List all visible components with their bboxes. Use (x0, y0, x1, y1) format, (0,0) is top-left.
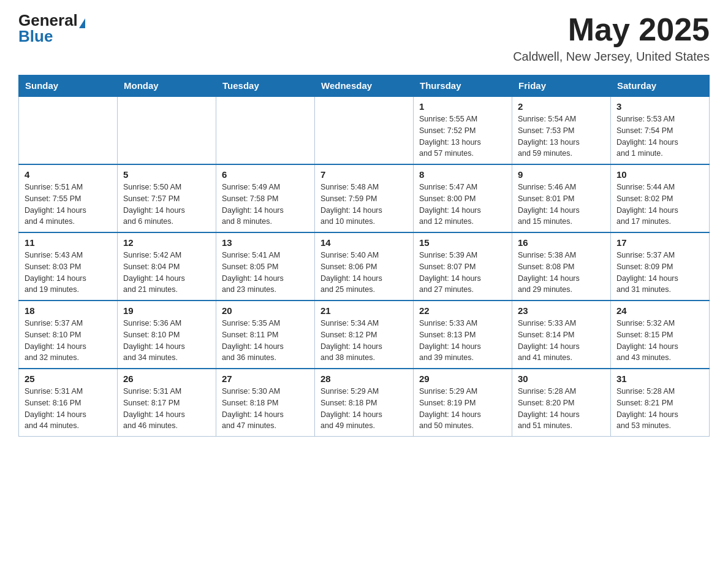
day-info: Sunrise: 5:55 AMSunset: 7:52 PMDaylight:… (419, 113, 506, 159)
calendar-cell: 13Sunrise: 5:41 AMSunset: 8:05 PMDayligh… (216, 232, 315, 301)
header-wednesday: Wednesday (315, 75, 414, 97)
day-number: 20 (222, 305, 309, 316)
calendar-cell: 3Sunrise: 5:53 AMSunset: 7:54 PMDaylight… (611, 96, 710, 164)
calendar-cell (216, 96, 315, 164)
calendar-cell: 30Sunrise: 5:28 AMSunset: 8:20 PMDayligh… (512, 369, 611, 437)
day-info: Sunrise: 5:42 AMSunset: 8:04 PMDaylight:… (123, 250, 210, 296)
day-number: 30 (518, 373, 605, 384)
day-info: Sunrise: 5:35 AMSunset: 8:11 PMDaylight:… (222, 318, 309, 364)
day-number: 31 (616, 373, 703, 384)
day-number: 15 (419, 237, 506, 248)
calendar-location: Caldwell, New Jersey, United States (513, 50, 710, 64)
calendar-cell (315, 96, 414, 164)
day-info: Sunrise: 5:29 AMSunset: 8:19 PMDaylight:… (419, 386, 506, 432)
calendar-table: SundayMondayTuesdayWednesdayThursdayFrid… (18, 75, 710, 437)
calendar-cell: 22Sunrise: 5:33 AMSunset: 8:13 PMDayligh… (414, 301, 512, 369)
week-row-5: 25Sunrise: 5:31 AMSunset: 8:16 PMDayligh… (19, 369, 710, 437)
day-info: Sunrise: 5:28 AMSunset: 8:20 PMDaylight:… (518, 386, 605, 432)
day-info: Sunrise: 5:30 AMSunset: 8:18 PMDaylight:… (222, 386, 309, 432)
calendar-cell: 20Sunrise: 5:35 AMSunset: 8:11 PMDayligh… (216, 301, 315, 369)
calendar-cell: 18Sunrise: 5:37 AMSunset: 8:10 PMDayligh… (19, 301, 118, 369)
day-number: 28 (320, 373, 408, 384)
calendar-cell: 14Sunrise: 5:40 AMSunset: 8:06 PMDayligh… (315, 232, 414, 301)
calendar-cell: 4Sunrise: 5:51 AMSunset: 7:55 PMDaylight… (19, 164, 118, 232)
day-number: 7 (320, 169, 408, 180)
calendar-cell: 7Sunrise: 5:48 AMSunset: 7:59 PMDaylight… (315, 164, 414, 232)
calendar-cell: 5Sunrise: 5:50 AMSunset: 7:57 PMDaylight… (118, 164, 216, 232)
calendar-cell: 9Sunrise: 5:46 AMSunset: 8:01 PMDaylight… (512, 164, 611, 232)
day-number: 24 (616, 305, 703, 316)
day-number: 27 (222, 373, 309, 384)
day-info: Sunrise: 5:31 AMSunset: 8:17 PMDaylight:… (123, 386, 210, 432)
calendar-cell: 8Sunrise: 5:47 AMSunset: 8:00 PMDaylight… (414, 164, 512, 232)
day-info: Sunrise: 5:54 AMSunset: 7:53 PMDaylight:… (518, 113, 605, 159)
logo: General Blue (18, 12, 85, 44)
calendar-cell: 19Sunrise: 5:36 AMSunset: 8:10 PMDayligh… (118, 301, 216, 369)
header-sunday: Sunday (19, 75, 118, 97)
day-number: 29 (419, 373, 506, 384)
day-info: Sunrise: 5:50 AMSunset: 7:57 PMDaylight:… (123, 182, 210, 228)
calendar-cell: 25Sunrise: 5:31 AMSunset: 8:16 PMDayligh… (19, 369, 118, 437)
day-number: 5 (123, 169, 210, 180)
day-info: Sunrise: 5:34 AMSunset: 8:12 PMDaylight:… (320, 318, 408, 364)
header-friday: Friday (512, 75, 611, 97)
calendar-cell: 1Sunrise: 5:55 AMSunset: 7:52 PMDaylight… (414, 96, 512, 164)
logo-triangle-icon (79, 18, 85, 28)
day-info: Sunrise: 5:38 AMSunset: 8:08 PMDaylight:… (518, 250, 605, 296)
calendar-cell: 21Sunrise: 5:34 AMSunset: 8:12 PMDayligh… (315, 301, 414, 369)
calendar-cell: 12Sunrise: 5:42 AMSunset: 8:04 PMDayligh… (118, 232, 216, 301)
day-number: 16 (518, 237, 605, 248)
day-info: Sunrise: 5:41 AMSunset: 8:05 PMDaylight:… (222, 250, 309, 296)
day-info: Sunrise: 5:49 AMSunset: 7:58 PMDaylight:… (222, 182, 309, 228)
day-info: Sunrise: 5:40 AMSunset: 8:06 PMDaylight:… (320, 250, 408, 296)
calendar-cell: 15Sunrise: 5:39 AMSunset: 8:07 PMDayligh… (414, 232, 512, 301)
calendar-cell: 24Sunrise: 5:32 AMSunset: 8:15 PMDayligh… (611, 301, 710, 369)
page-header: General Blue May 2025 Caldwell, New Jers… (18, 12, 710, 64)
calendar-cell: 11Sunrise: 5:43 AMSunset: 8:03 PMDayligh… (19, 232, 118, 301)
day-info: Sunrise: 5:43 AMSunset: 8:03 PMDaylight:… (25, 250, 112, 296)
calendar-cell: 27Sunrise: 5:30 AMSunset: 8:18 PMDayligh… (216, 369, 315, 437)
day-number: 2 (518, 101, 605, 112)
day-number: 19 (123, 305, 210, 316)
calendar-cell: 10Sunrise: 5:44 AMSunset: 8:02 PMDayligh… (611, 164, 710, 232)
week-row-4: 18Sunrise: 5:37 AMSunset: 8:10 PMDayligh… (19, 301, 710, 369)
day-info: Sunrise: 5:33 AMSunset: 8:14 PMDaylight:… (518, 318, 605, 364)
day-number: 4 (25, 169, 112, 180)
day-number: 18 (25, 305, 112, 316)
calendar-cell: 23Sunrise: 5:33 AMSunset: 8:14 PMDayligh… (512, 301, 611, 369)
day-info: Sunrise: 5:53 AMSunset: 7:54 PMDaylight:… (616, 113, 703, 159)
week-row-3: 11Sunrise: 5:43 AMSunset: 8:03 PMDayligh… (19, 232, 710, 301)
header-monday: Monday (118, 75, 216, 97)
day-number: 8 (419, 169, 506, 180)
week-row-1: 1Sunrise: 5:55 AMSunset: 7:52 PMDaylight… (19, 96, 710, 164)
day-number: 9 (518, 169, 605, 180)
calendar-cell: 6Sunrise: 5:49 AMSunset: 7:58 PMDaylight… (216, 164, 315, 232)
day-info: Sunrise: 5:37 AMSunset: 8:10 PMDaylight:… (25, 318, 112, 364)
day-number: 3 (616, 101, 703, 112)
header-saturday: Saturday (611, 75, 710, 97)
calendar-cell: 31Sunrise: 5:28 AMSunset: 8:21 PMDayligh… (611, 369, 710, 437)
day-info: Sunrise: 5:44 AMSunset: 8:02 PMDaylight:… (616, 182, 703, 228)
day-number: 14 (320, 237, 408, 248)
day-number: 22 (419, 305, 506, 316)
day-info: Sunrise: 5:32 AMSunset: 8:15 PMDaylight:… (616, 318, 703, 364)
logo-blue-text: Blue (18, 28, 53, 44)
week-row-2: 4Sunrise: 5:51 AMSunset: 7:55 PMDaylight… (19, 164, 710, 232)
day-number: 10 (616, 169, 703, 180)
calendar-cell: 2Sunrise: 5:54 AMSunset: 7:53 PMDaylight… (512, 96, 611, 164)
day-number: 26 (123, 373, 210, 384)
day-info: Sunrise: 5:33 AMSunset: 8:13 PMDaylight:… (419, 318, 506, 364)
calendar-cell: 28Sunrise: 5:29 AMSunset: 8:18 PMDayligh… (315, 369, 414, 437)
header-thursday: Thursday (414, 75, 512, 97)
day-number: 13 (222, 237, 309, 248)
day-number: 25 (25, 373, 112, 384)
calendar-cell: 26Sunrise: 5:31 AMSunset: 8:17 PMDayligh… (118, 369, 216, 437)
day-number: 1 (419, 101, 506, 112)
day-info: Sunrise: 5:29 AMSunset: 8:18 PMDaylight:… (320, 386, 408, 432)
day-info: Sunrise: 5:47 AMSunset: 8:00 PMDaylight:… (419, 182, 506, 228)
day-info: Sunrise: 5:46 AMSunset: 8:01 PMDaylight:… (518, 182, 605, 228)
day-number: 11 (25, 237, 112, 248)
day-info: Sunrise: 5:51 AMSunset: 7:55 PMDaylight:… (25, 182, 112, 228)
title-block: May 2025 Caldwell, New Jersey, United St… (513, 12, 710, 64)
calendar-cell (118, 96, 216, 164)
